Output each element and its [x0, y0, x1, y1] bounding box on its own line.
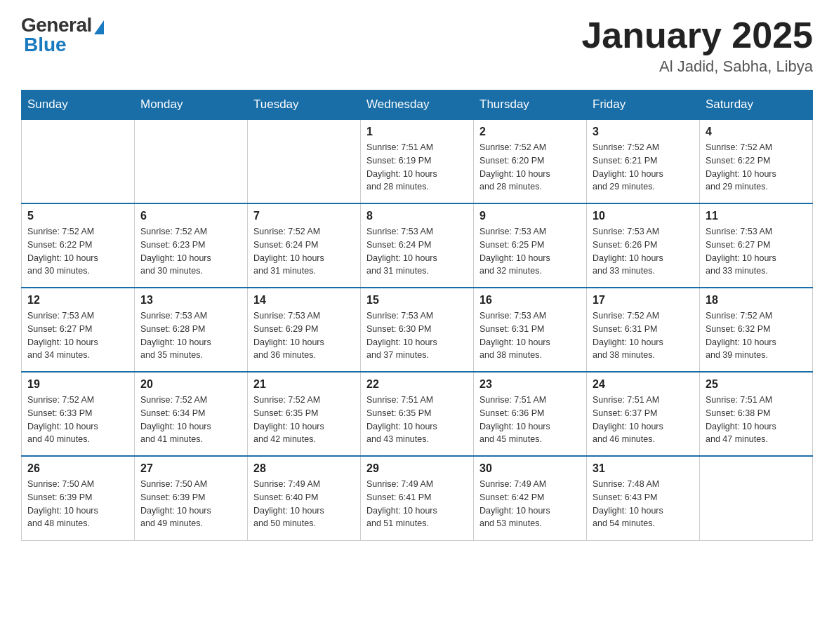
day-number: 15 [366, 294, 468, 307]
calendar-cell: 23Sunrise: 7:51 AM Sunset: 6:36 PM Dayli… [474, 372, 587, 456]
weekday-header-sunday: Sunday [22, 90, 135, 120]
weekday-header-wednesday: Wednesday [361, 90, 474, 120]
calendar-cell: 29Sunrise: 7:49 AM Sunset: 6:41 PM Dayli… [361, 456, 474, 540]
day-info: Sunrise: 7:51 AM Sunset: 6:37 PM Dayligh… [593, 394, 694, 446]
day-info: Sunrise: 7:53 AM Sunset: 6:30 PM Dayligh… [366, 309, 468, 362]
calendar-week-row: 26Sunrise: 7:50 AM Sunset: 6:39 PM Dayli… [22, 456, 813, 540]
calendar-cell: 16Sunrise: 7:53 AM Sunset: 6:31 PM Dayli… [474, 288, 587, 372]
day-info: Sunrise: 7:53 AM Sunset: 6:25 PM Dayligh… [479, 225, 581, 278]
calendar-cell: 14Sunrise: 7:53 AM Sunset: 6:29 PM Dayli… [248, 288, 361, 372]
day-number: 20 [140, 378, 241, 391]
day-info: Sunrise: 7:50 AM Sunset: 6:39 PM Dayligh… [27, 478, 128, 530]
day-number: 28 [253, 462, 355, 475]
calendar-cell: 13Sunrise: 7:53 AM Sunset: 6:28 PM Dayli… [135, 288, 248, 372]
day-info: Sunrise: 7:51 AM Sunset: 6:19 PM Dayligh… [366, 141, 468, 194]
day-info: Sunrise: 7:53 AM Sunset: 6:31 PM Dayligh… [479, 309, 581, 362]
calendar-cell: 27Sunrise: 7:50 AM Sunset: 6:39 PM Dayli… [135, 456, 248, 540]
weekday-header-tuesday: Tuesday [248, 90, 361, 120]
calendar-cell: 22Sunrise: 7:51 AM Sunset: 6:35 PM Dayli… [361, 372, 474, 456]
day-number: 31 [593, 462, 694, 475]
calendar-week-row: 12Sunrise: 7:53 AM Sunset: 6:27 PM Dayli… [22, 288, 813, 372]
day-number: 12 [27, 294, 128, 307]
day-info: Sunrise: 7:52 AM Sunset: 6:33 PM Dayligh… [27, 394, 128, 446]
day-info: Sunrise: 7:52 AM Sunset: 6:22 PM Dayligh… [27, 225, 128, 278]
calendar-week-row: 1Sunrise: 7:51 AM Sunset: 6:19 PM Daylig… [22, 119, 813, 203]
day-number: 24 [593, 378, 694, 391]
day-number: 2 [479, 126, 581, 138]
day-number: 30 [479, 462, 581, 475]
day-info: Sunrise: 7:49 AM Sunset: 6:41 PM Dayligh… [366, 478, 468, 530]
day-info: Sunrise: 7:53 AM Sunset: 6:27 PM Dayligh… [27, 309, 128, 362]
day-number: 14 [253, 294, 355, 307]
calendar-cell [248, 119, 361, 203]
logo-blue-text: Blue [24, 34, 67, 56]
calendar-cell: 17Sunrise: 7:52 AM Sunset: 6:31 PM Dayli… [587, 288, 700, 372]
calendar-cell: 1Sunrise: 7:51 AM Sunset: 6:19 PM Daylig… [361, 119, 474, 203]
weekday-header-saturday: Saturday [700, 90, 813, 120]
logo: General Blue [21, 14, 104, 56]
day-info: Sunrise: 7:49 AM Sunset: 6:42 PM Dayligh… [479, 478, 581, 530]
title-section: January 2025 Al Jadid, Sabha, Libya [581, 14, 813, 76]
calendar-cell: 12Sunrise: 7:53 AM Sunset: 6:27 PM Dayli… [22, 288, 135, 372]
calendar-cell: 30Sunrise: 7:49 AM Sunset: 6:42 PM Dayli… [474, 456, 587, 540]
day-number: 1 [366, 126, 468, 138]
day-info: Sunrise: 7:52 AM Sunset: 6:35 PM Dayligh… [253, 394, 355, 446]
calendar-cell: 19Sunrise: 7:52 AM Sunset: 6:33 PM Dayli… [22, 372, 135, 456]
calendar-cell: 15Sunrise: 7:53 AM Sunset: 6:30 PM Dayli… [361, 288, 474, 372]
calendar-cell: 8Sunrise: 7:53 AM Sunset: 6:24 PM Daylig… [361, 203, 474, 288]
calendar-week-row: 5Sunrise: 7:52 AM Sunset: 6:22 PM Daylig… [22, 203, 813, 288]
day-info: Sunrise: 7:52 AM Sunset: 6:24 PM Dayligh… [253, 225, 355, 278]
calendar-cell: 3Sunrise: 7:52 AM Sunset: 6:21 PM Daylig… [587, 119, 700, 203]
calendar-cell [135, 119, 248, 203]
day-info: Sunrise: 7:53 AM Sunset: 6:27 PM Dayligh… [706, 225, 807, 278]
day-number: 6 [140, 210, 241, 222]
calendar-cell: 11Sunrise: 7:53 AM Sunset: 6:27 PM Dayli… [700, 203, 813, 288]
day-number: 19 [27, 378, 128, 391]
day-number: 17 [593, 294, 694, 307]
day-number: 25 [706, 378, 807, 391]
day-number: 3 [593, 126, 694, 138]
day-number: 29 [366, 462, 468, 475]
day-number: 4 [706, 126, 807, 138]
day-info: Sunrise: 7:52 AM Sunset: 6:31 PM Dayligh… [593, 309, 694, 362]
calendar-cell: 2Sunrise: 7:52 AM Sunset: 6:20 PM Daylig… [474, 119, 587, 203]
day-info: Sunrise: 7:48 AM Sunset: 6:43 PM Dayligh… [593, 478, 694, 530]
day-info: Sunrise: 7:53 AM Sunset: 6:28 PM Dayligh… [140, 309, 241, 362]
calendar-cell: 28Sunrise: 7:49 AM Sunset: 6:40 PM Dayli… [248, 456, 361, 540]
calendar-cell: 25Sunrise: 7:51 AM Sunset: 6:38 PM Dayli… [700, 372, 813, 456]
calendar-cell: 10Sunrise: 7:53 AM Sunset: 6:26 PM Dayli… [587, 203, 700, 288]
calendar-cell: 31Sunrise: 7:48 AM Sunset: 6:43 PM Dayli… [587, 456, 700, 540]
day-number: 22 [366, 378, 468, 391]
weekday-header-thursday: Thursday [474, 90, 587, 120]
calendar-cell: 9Sunrise: 7:53 AM Sunset: 6:25 PM Daylig… [474, 203, 587, 288]
day-info: Sunrise: 7:51 AM Sunset: 6:36 PM Dayligh… [479, 394, 581, 446]
day-number: 7 [253, 210, 355, 222]
day-info: Sunrise: 7:53 AM Sunset: 6:26 PM Dayligh… [593, 225, 694, 278]
day-info: Sunrise: 7:52 AM Sunset: 6:22 PM Dayligh… [706, 141, 807, 194]
day-number: 16 [479, 294, 581, 307]
day-info: Sunrise: 7:53 AM Sunset: 6:29 PM Dayligh… [253, 309, 355, 362]
calendar-week-row: 19Sunrise: 7:52 AM Sunset: 6:33 PM Dayli… [22, 372, 813, 456]
day-info: Sunrise: 7:49 AM Sunset: 6:40 PM Dayligh… [253, 478, 355, 530]
day-number: 8 [366, 210, 468, 222]
day-number: 13 [140, 294, 241, 307]
weekday-header-friday: Friday [587, 90, 700, 120]
calendar-table: SundayMondayTuesdayWednesdayThursdayFrid… [21, 90, 813, 541]
day-info: Sunrise: 7:52 AM Sunset: 6:34 PM Dayligh… [140, 394, 241, 446]
day-info: Sunrise: 7:53 AM Sunset: 6:24 PM Dayligh… [366, 225, 468, 278]
day-number: 27 [140, 462, 241, 475]
page-subtitle: Al Jadid, Sabha, Libya [581, 58, 813, 76]
page-header: General Blue January 2025 Al Jadid, Sabh… [21, 14, 813, 76]
day-info: Sunrise: 7:52 AM Sunset: 6:32 PM Dayligh… [706, 309, 807, 362]
calendar-cell: 26Sunrise: 7:50 AM Sunset: 6:39 PM Dayli… [22, 456, 135, 540]
calendar-cell: 5Sunrise: 7:52 AM Sunset: 6:22 PM Daylig… [22, 203, 135, 288]
calendar-cell: 21Sunrise: 7:52 AM Sunset: 6:35 PM Dayli… [248, 372, 361, 456]
day-number: 10 [593, 210, 694, 222]
day-number: 9 [479, 210, 581, 222]
day-number: 18 [706, 294, 807, 307]
day-number: 11 [706, 210, 807, 222]
day-number: 21 [253, 378, 355, 391]
calendar-cell: 6Sunrise: 7:52 AM Sunset: 6:23 PM Daylig… [135, 203, 248, 288]
day-number: 26 [27, 462, 128, 475]
day-info: Sunrise: 7:51 AM Sunset: 6:38 PM Dayligh… [706, 394, 807, 446]
